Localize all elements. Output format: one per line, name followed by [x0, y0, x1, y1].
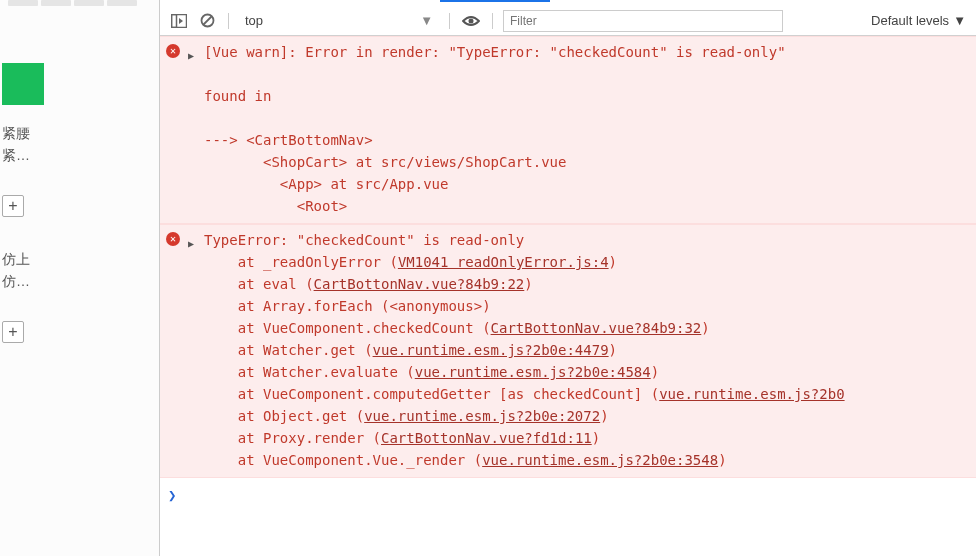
left-text: 紧腰 — [2, 125, 157, 143]
console-messages: ✕ ▶ [Vue warn]: Error in render: "TypeEr… — [160, 36, 976, 556]
source-link[interactable]: CartBottonNav.vue?84b9:22 — [314, 276, 525, 292]
source-link[interactable]: vue.runtime.esm.js?2b0e:4479 — [373, 342, 609, 358]
error-icon: ✕ — [166, 232, 180, 246]
source-link[interactable]: VM1041 readOnlyError.js:4 — [398, 254, 609, 270]
log-levels-selector[interactable]: Default levels ▼ — [871, 13, 968, 28]
left-text: 紧… — [2, 147, 157, 165]
console-prompt[interactable]: ❯ — [160, 478, 976, 512]
console-error[interactable]: ✕ ▶ [Vue warn]: Error in render: "TypeEr… — [160, 36, 976, 224]
left-tab-seg — [41, 0, 71, 6]
context-selector[interactable]: top ▼ — [239, 13, 439, 28]
source-link[interactable]: CartBottonNav.vue?84b9:32 — [491, 320, 702, 336]
source-link[interactable]: vue.runtime.esm.js?2b0 — [659, 386, 844, 402]
left-sidebar: 紧腰 紧… + 仿上 仿… + — [0, 0, 160, 556]
chevron-down-icon: ▼ — [420, 13, 433, 28]
filter-input[interactable] — [503, 10, 783, 32]
levels-label: Default levels — [871, 13, 949, 28]
prompt-icon: ❯ — [168, 484, 176, 506]
error-content: [Vue warn]: Error in render: "TypeError:… — [204, 41, 970, 217]
divider — [492, 13, 493, 29]
chevron-down-icon: ▼ — [953, 13, 966, 28]
left-tabs — [0, 0, 159, 8]
console-toolbar: top ▼ Default levels ▼ — [160, 6, 976, 36]
error-content: TypeError: "checkedCount" is read-only a… — [204, 229, 970, 471]
left-text-block-2: 仿上 仿… — [0, 231, 159, 311]
clear-console-icon[interactable] — [196, 10, 218, 32]
left-text: 仿… — [2, 273, 157, 291]
add-button[interactable]: + — [2, 195, 24, 217]
source-link[interactable]: vue.runtime.esm.js?2b0e:2072 — [364, 408, 600, 424]
console-error[interactable]: ✕ ▶ TypeError: "checkedCount" is read-on… — [160, 224, 976, 478]
source-link[interactable]: CartBottonNav.vue?fd1d:11 — [381, 430, 592, 446]
svg-line-4 — [203, 17, 211, 25]
left-tab-seg — [74, 0, 104, 6]
svg-marker-2 — [179, 18, 183, 24]
add-button[interactable]: + — [2, 321, 24, 343]
context-value: top — [245, 13, 263, 28]
error-icon: ✕ — [166, 44, 180, 58]
devtools-panel: top ▼ Default levels ▼ ✕ ▶ [Vue warn]: E… — [160, 0, 976, 556]
live-expression-icon[interactable] — [460, 10, 482, 32]
left-text-block-1: 紧腰 紧… — [0, 105, 159, 185]
left-tab-seg — [8, 0, 38, 6]
source-link[interactable]: vue.runtime.esm.js?2b0e:3548 — [482, 452, 718, 468]
expand-icon[interactable]: ▶ — [186, 44, 196, 67]
left-tab-seg — [107, 0, 137, 6]
svg-rect-1 — [172, 14, 177, 27]
toggle-sidebar-icon[interactable] — [168, 10, 190, 32]
left-text: 仿上 — [2, 251, 157, 269]
green-swatch — [2, 63, 44, 105]
active-tab-underline — [440, 0, 550, 2]
svg-point-5 — [469, 18, 474, 23]
source-link[interactable]: vue.runtime.esm.js?2b0e:4584 — [415, 364, 651, 380]
divider — [228, 13, 229, 29]
divider — [449, 13, 450, 29]
expand-icon[interactable]: ▶ — [186, 232, 196, 255]
